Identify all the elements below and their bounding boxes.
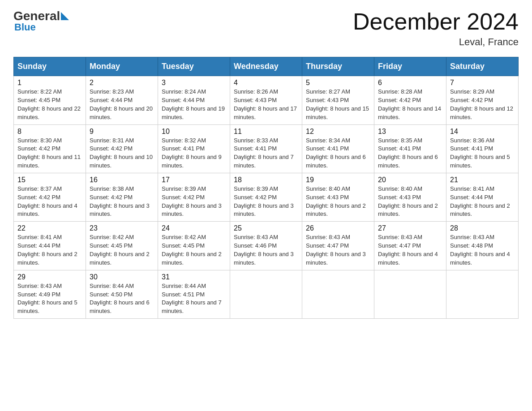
day-number: 27 (378, 224, 442, 232)
day-info: Sunrise: 8:32 AMSunset: 4:41 PMDaylight:… (162, 137, 222, 169)
day-number: 9 (90, 128, 154, 136)
calendar-day-cell: 19 Sunrise: 8:40 AMSunset: 4:43 PMDaylig… (302, 173, 374, 221)
day-number: 6 (378, 79, 442, 87)
header-wednesday: Wednesday (230, 57, 302, 76)
calendar-day-cell: 20 Sunrise: 8:40 AMSunset: 4:43 PMDaylig… (374, 173, 446, 221)
location-label: Leval, France (353, 36, 519, 48)
calendar-week-row: 8 Sunrise: 8:30 AMSunset: 4:42 PMDayligh… (14, 124, 519, 173)
calendar-week-row: 15 Sunrise: 8:37 AMSunset: 4:42 PMDaylig… (14, 173, 519, 221)
day-info: Sunrise: 8:36 AMSunset: 4:41 PMDaylight:… (450, 137, 510, 169)
day-info: Sunrise: 8:40 AMSunset: 4:43 PMDaylight:… (306, 185, 366, 218)
calendar-day-cell: 28 Sunrise: 8:43 AMSunset: 4:48 PMDaylig… (446, 222, 519, 270)
calendar-day-cell: 3 Sunrise: 8:24 AMSunset: 4:44 PMDayligh… (158, 76, 230, 124)
day-info: Sunrise: 8:31 AMSunset: 4:42 PMDaylight:… (90, 137, 153, 169)
day-info: Sunrise: 8:33 AMSunset: 4:41 PMDaylight:… (234, 137, 294, 169)
calendar-day-cell: 15 Sunrise: 8:37 AMSunset: 4:42 PMDaylig… (14, 173, 86, 221)
day-number: 31 (162, 273, 226, 281)
weekday-header-row: Sunday Monday Tuesday Wednesday Thursday… (14, 57, 519, 76)
calendar-day-cell: 4 Sunrise: 8:26 AMSunset: 4:43 PMDayligh… (230, 76, 302, 124)
day-number: 8 (17, 128, 82, 136)
day-info: Sunrise: 8:42 AMSunset: 4:45 PMDaylight:… (90, 234, 150, 266)
header-monday: Monday (86, 57, 158, 76)
calendar-day-cell: 9 Sunrise: 8:31 AMSunset: 4:42 PMDayligh… (86, 124, 158, 173)
calendar-day-cell: 31 Sunrise: 8:44 AMSunset: 4:51 PMDaylig… (158, 270, 230, 318)
calendar-day-cell: 17 Sunrise: 8:39 AMSunset: 4:42 PMDaylig… (158, 173, 230, 221)
calendar-day-cell: 22 Sunrise: 8:41 AMSunset: 4:44 PMDaylig… (14, 222, 86, 270)
day-info: Sunrise: 8:43 AMSunset: 4:46 PMDaylight:… (234, 234, 294, 266)
calendar-day-cell: 21 Sunrise: 8:41 AMSunset: 4:44 PMDaylig… (446, 173, 519, 221)
day-number: 19 (306, 176, 370, 184)
day-info: Sunrise: 8:29 AMSunset: 4:42 PMDaylight:… (450, 88, 513, 120)
calendar-day-cell: 24 Sunrise: 8:42 AMSunset: 4:45 PMDaylig… (158, 222, 230, 270)
day-info: Sunrise: 8:30 AMSunset: 4:42 PMDaylight:… (17, 137, 81, 169)
logo: General Blue (13, 9, 70, 33)
day-info: Sunrise: 8:43 AMSunset: 4:47 PMDaylight:… (306, 234, 366, 266)
page-header: General Blue December 2024 Leval, France (13, 9, 519, 48)
calendar-day-cell: 25 Sunrise: 8:43 AMSunset: 4:46 PMDaylig… (230, 222, 302, 270)
day-info: Sunrise: 8:28 AMSunset: 4:42 PMDaylight:… (378, 88, 441, 120)
day-info: Sunrise: 8:34 AMSunset: 4:41 PMDaylight:… (306, 137, 366, 169)
calendar-week-row: 29 Sunrise: 8:43 AMSunset: 4:49 PMDaylig… (14, 270, 519, 318)
day-number: 22 (17, 224, 82, 232)
day-number: 16 (90, 176, 154, 184)
day-number: 18 (234, 176, 298, 184)
day-number: 26 (306, 224, 370, 232)
day-number: 3 (162, 79, 226, 87)
header-tuesday: Tuesday (158, 57, 230, 76)
calendar-day-cell (302, 270, 374, 318)
day-info: Sunrise: 8:40 AMSunset: 4:43 PMDaylight:… (378, 185, 438, 218)
month-title: December 2024 (353, 9, 519, 34)
calendar-day-cell (374, 270, 446, 318)
day-number: 13 (378, 128, 442, 136)
calendar-day-cell: 23 Sunrise: 8:42 AMSunset: 4:45 PMDaylig… (86, 222, 158, 270)
day-info: Sunrise: 8:26 AMSunset: 4:43 PMDaylight:… (234, 88, 297, 120)
day-number: 10 (162, 128, 226, 136)
day-number: 17 (162, 176, 226, 184)
day-info: Sunrise: 8:43 AMSunset: 4:48 PMDaylight:… (450, 234, 510, 266)
day-info: Sunrise: 8:23 AMSunset: 4:44 PMDaylight:… (90, 88, 153, 120)
calendar-day-cell: 27 Sunrise: 8:43 AMSunset: 4:47 PMDaylig… (374, 222, 446, 270)
calendar-day-cell: 2 Sunrise: 8:23 AMSunset: 4:44 PMDayligh… (86, 76, 158, 124)
calendar-day-cell: 1 Sunrise: 8:22 AMSunset: 4:45 PMDayligh… (14, 76, 86, 124)
day-number: 29 (17, 273, 82, 281)
logo-blue-text: Blue (14, 21, 36, 33)
day-number: 30 (90, 273, 154, 281)
day-info: Sunrise: 8:38 AMSunset: 4:42 PMDaylight:… (90, 185, 150, 218)
day-info: Sunrise: 8:42 AMSunset: 4:45 PMDaylight:… (162, 234, 222, 266)
day-number: 25 (234, 224, 298, 232)
day-info: Sunrise: 8:41 AMSunset: 4:44 PMDaylight:… (450, 185, 510, 218)
day-info: Sunrise: 8:39 AMSunset: 4:42 PMDaylight:… (234, 185, 294, 218)
day-number: 24 (162, 224, 226, 232)
day-number: 1 (17, 79, 82, 87)
calendar-day-cell: 29 Sunrise: 8:43 AMSunset: 4:49 PMDaylig… (14, 270, 86, 318)
day-number: 7 (450, 79, 515, 87)
day-info: Sunrise: 8:22 AMSunset: 4:45 PMDaylight:… (17, 88, 81, 120)
header-saturday: Saturday (446, 57, 519, 76)
day-number: 20 (378, 176, 442, 184)
header-thursday: Thursday (302, 57, 374, 76)
day-number: 2 (90, 79, 154, 87)
day-info: Sunrise: 8:35 AMSunset: 4:41 PMDaylight:… (378, 137, 438, 169)
title-section: December 2024 Leval, France (353, 9, 519, 48)
day-info: Sunrise: 8:41 AMSunset: 4:44 PMDaylight:… (17, 234, 77, 266)
header-sunday: Sunday (14, 57, 86, 76)
calendar-day-cell: 6 Sunrise: 8:28 AMSunset: 4:42 PMDayligh… (374, 76, 446, 124)
day-info: Sunrise: 8:27 AMSunset: 4:43 PMDaylight:… (306, 88, 369, 120)
day-number: 12 (306, 128, 370, 136)
day-info: Sunrise: 8:39 AMSunset: 4:42 PMDaylight:… (162, 185, 222, 218)
day-info: Sunrise: 8:24 AMSunset: 4:44 PMDaylight:… (162, 88, 225, 120)
calendar-day-cell: 10 Sunrise: 8:32 AMSunset: 4:41 PMDaylig… (158, 124, 230, 173)
calendar-table: Sunday Monday Tuesday Wednesday Thursday… (13, 57, 519, 319)
day-info: Sunrise: 8:43 AMSunset: 4:47 PMDaylight:… (378, 234, 438, 266)
calendar-day-cell: 18 Sunrise: 8:39 AMSunset: 4:42 PMDaylig… (230, 173, 302, 221)
calendar-week-row: 1 Sunrise: 8:22 AMSunset: 4:45 PMDayligh… (14, 76, 519, 124)
day-number: 28 (450, 224, 515, 232)
day-number: 11 (234, 128, 298, 136)
day-number: 4 (234, 79, 298, 87)
day-info: Sunrise: 8:44 AMSunset: 4:50 PMDaylight:… (90, 283, 150, 315)
day-number: 23 (90, 224, 154, 232)
day-info: Sunrise: 8:43 AMSunset: 4:49 PMDaylight:… (17, 283, 77, 315)
calendar-day-cell: 14 Sunrise: 8:36 AMSunset: 4:41 PMDaylig… (446, 124, 519, 173)
calendar-day-cell: 16 Sunrise: 8:38 AMSunset: 4:42 PMDaylig… (86, 173, 158, 221)
calendar-week-row: 22 Sunrise: 8:41 AMSunset: 4:44 PMDaylig… (14, 222, 519, 270)
